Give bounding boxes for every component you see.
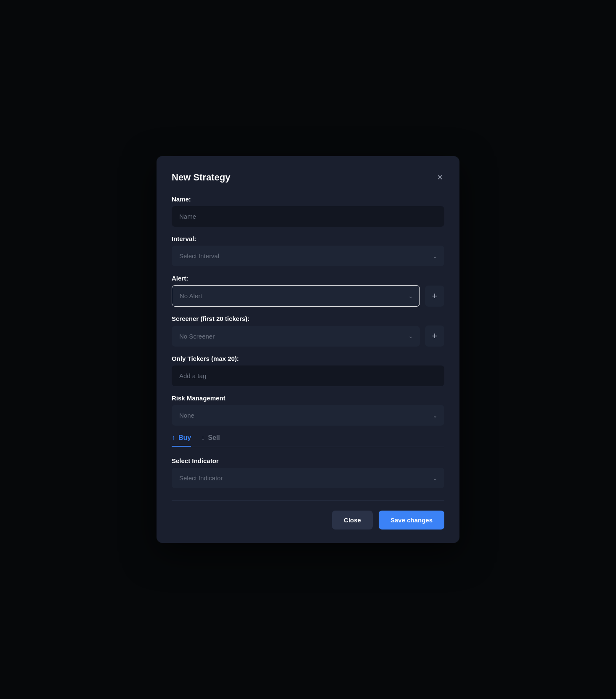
screener-field-group: Screener (first 20 tickers): No Screener… bbox=[172, 315, 444, 347]
alert-plus-icon: + bbox=[432, 291, 438, 302]
tab-buy-label: Buy bbox=[178, 434, 191, 442]
indicator-field-group: Select Indicator Select Indicator ⌄ bbox=[172, 457, 444, 488]
name-label: Name: bbox=[172, 196, 444, 203]
name-input[interactable] bbox=[172, 206, 444, 227]
alert-select-wrapper: No Alert ⌄ bbox=[172, 285, 420, 307]
close-x-icon: × bbox=[437, 173, 443, 182]
interval-select-wrapper: Select Interval ⌄ bbox=[172, 246, 444, 266]
risk-label: Risk Management bbox=[172, 395, 444, 402]
indicator-select-wrapper: Select Indicator ⌄ bbox=[172, 468, 444, 488]
risk-select[interactable]: None bbox=[172, 405, 444, 426]
name-field-group: Name: bbox=[172, 196, 444, 227]
modal-header: New Strategy × bbox=[172, 171, 444, 184]
save-changes-button[interactable]: Save changes bbox=[379, 511, 444, 530]
alert-row: No Alert ⌄ + bbox=[172, 285, 444, 307]
screener-select[interactable]: No Screener bbox=[172, 326, 420, 347]
modal-footer: Close Save changes bbox=[172, 500, 444, 530]
indicator-section-label: Select Indicator bbox=[172, 457, 444, 464]
interval-select[interactable]: Select Interval bbox=[172, 246, 444, 266]
footer-close-button[interactable]: Close bbox=[332, 511, 373, 530]
alert-add-button[interactable]: + bbox=[425, 286, 444, 307]
risk-field-group: Risk Management None ⌄ bbox=[172, 395, 444, 426]
screener-select-wrapper: No Screener ⌄ bbox=[172, 326, 420, 347]
risk-select-wrapper: None ⌄ bbox=[172, 405, 444, 426]
tab-sell-label: Sell bbox=[208, 434, 220, 442]
modal-overlay: New Strategy × Name: Interval: Select In… bbox=[0, 0, 616, 699]
buy-arrow-icon: ↑ bbox=[172, 434, 175, 442]
alert-label: Alert: bbox=[172, 275, 444, 282]
tickers-label: Only Tickers (max 20): bbox=[172, 355, 444, 362]
screener-plus-icon: + bbox=[432, 331, 438, 342]
screener-label: Screener (first 20 tickers): bbox=[172, 315, 444, 322]
alert-field-group: Alert: No Alert ⌄ + bbox=[172, 275, 444, 307]
interval-field-group: Interval: Select Interval ⌄ bbox=[172, 235, 444, 266]
sell-arrow-icon: ↓ bbox=[201, 434, 204, 442]
screener-add-button[interactable]: + bbox=[425, 326, 444, 347]
alert-select[interactable]: No Alert bbox=[172, 285, 420, 307]
modal-close-button[interactable]: × bbox=[435, 171, 444, 184]
tickers-field-group: Only Tickers (max 20): bbox=[172, 355, 444, 386]
tab-sell[interactable]: ↓ Sell bbox=[201, 434, 220, 447]
interval-label: Interval: bbox=[172, 235, 444, 242]
tab-divider bbox=[172, 447, 444, 447]
tab-row: ↑ Buy ↓ Sell bbox=[172, 434, 444, 447]
screener-row: No Screener ⌄ + bbox=[172, 326, 444, 347]
modal-title: New Strategy bbox=[172, 172, 230, 183]
tickers-input[interactable] bbox=[172, 365, 444, 386]
tab-buy[interactable]: ↑ Buy bbox=[172, 434, 191, 447]
indicator-select[interactable]: Select Indicator bbox=[172, 468, 444, 488]
modal-dialog: New Strategy × Name: Interval: Select In… bbox=[157, 156, 459, 543]
